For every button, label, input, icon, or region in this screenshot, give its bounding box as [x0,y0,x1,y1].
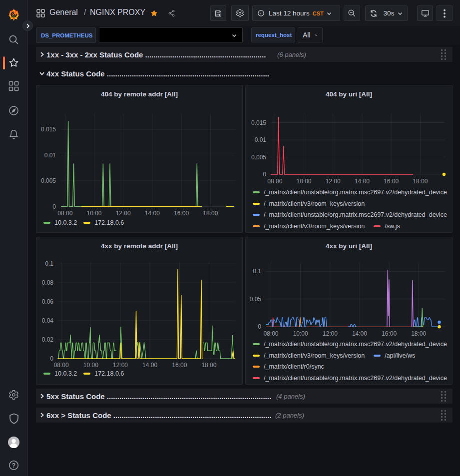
svg-text:10:00: 10:00 [83,362,98,369]
svg-text:0.015: 0.015 [251,119,266,126]
svg-text:08:00: 08:00 [54,362,69,369]
svg-text:08:00: 08:00 [57,210,72,217]
svg-text:0.08: 0.08 [42,279,54,286]
svg-text:0.015: 0.015 [41,126,56,133]
svg-text:0.02: 0.02 [42,336,54,343]
svg-text:0.005: 0.005 [251,154,266,161]
svg-text:16:00: 16:00 [174,210,189,217]
svg-text:14:00: 14:00 [145,210,160,217]
svg-text:14:00: 14:00 [352,330,367,337]
svg-text:10:00: 10:00 [86,210,101,217]
svg-text:18:00: 18:00 [411,330,426,337]
svg-text:16:00: 16:00 [384,178,399,185]
svg-text:16:00: 16:00 [172,362,187,369]
svg-text:14:00: 14:00 [355,178,370,185]
svg-text:12:00: 12:00 [113,362,128,369]
svg-text:0.05: 0.05 [250,296,262,303]
svg-text:16:00: 16:00 [382,330,397,337]
svg-text:0.06: 0.06 [42,298,54,305]
svg-text:?: ? [12,462,15,469]
svg-text:0: 0 [50,355,53,362]
svg-text:12:00: 12:00 [323,330,338,337]
svg-text:0.1: 0.1 [253,268,261,275]
svg-text:0.005: 0.005 [41,177,56,184]
svg-text:10:00: 10:00 [296,178,311,185]
svg-text:0: 0 [258,323,261,330]
svg-text:18:00: 18:00 [201,362,216,369]
svg-text:08:00: 08:00 [263,330,278,337]
svg-text:0: 0 [52,203,56,210]
svg-text:08:00: 08:00 [267,178,282,185]
svg-text:12:00: 12:00 [116,210,131,217]
svg-text:18:00: 18:00 [203,210,218,217]
svg-text:0.04: 0.04 [42,317,54,324]
svg-text:0.01: 0.01 [255,136,267,143]
svg-text:12:00: 12:00 [326,178,341,185]
svg-text:0.1: 0.1 [45,260,53,267]
svg-text:18:00: 18:00 [413,178,428,185]
svg-text:10:00: 10:00 [293,330,308,337]
svg-text:14:00: 14:00 [142,362,157,369]
svg-text:0.01: 0.01 [44,152,56,159]
svg-text:0: 0 [263,171,266,178]
